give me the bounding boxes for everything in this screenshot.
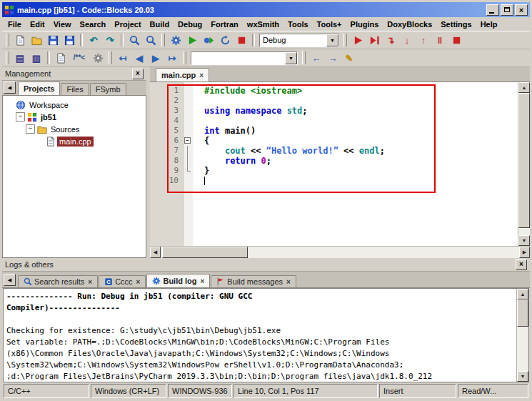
tab-scroll-left-icon[interactable]: ◀ [4,81,16,94]
abort-build-icon[interactable] [234,33,249,47]
toolbar-grip[interactable] [109,51,112,64]
run-icon[interactable] [184,33,200,47]
logs-tab-cccc[interactable]: Cccc× [99,275,146,287]
toolbar-grip[interactable] [302,51,306,64]
save-all-icon[interactable] [61,33,77,47]
menu-item-edit[interactable]: Edit [26,19,49,30]
menu-item-tools[interactable]: Tools [283,19,313,30]
editor-tab-main-cpp[interactable]: main.cpp× [156,68,209,81]
menu-item-search[interactable]: Search [76,19,111,30]
close-button[interactable]: × [515,4,528,16]
build-icon[interactable] [168,33,184,47]
code-text[interactable]: int main() [193,126,256,136]
menu-item-debug[interactable]: Debug [174,19,206,30]
doxygen-block-comment-icon[interactable] [53,51,69,65]
menu-item-doxyblocks[interactable]: DoxyBlocks [383,19,436,30]
debugging-windows-icon[interactable]: ▤ [12,51,28,65]
symbol-search-combo-field[interactable] [191,52,285,64]
various-info-icon[interactable]: ▥ [29,51,44,65]
toolbar-grip[interactable] [183,51,186,64]
highlight-mode-icon[interactable]: ✎ [341,51,357,65]
logs-tab-scroll-left-icon[interactable]: ◀ [4,274,16,286]
hscroll-track[interactable] [161,247,519,258]
redo-icon[interactable]: ↷ [102,33,118,47]
menu-item-plugins[interactable]: Plugins [346,19,383,30]
build-target-select[interactable]: Debug▼ [259,34,339,47]
jump-back-icon[interactable]: ↤ [115,51,131,65]
management-close-icon[interactable]: × [132,69,144,79]
management-tab-projects[interactable]: Projects [18,81,60,95]
next-line-icon[interactable]: ↴ [383,33,398,47]
logs-vscrollbar[interactable]: ▲ ▼ [516,289,528,382]
debug-continue-icon[interactable] [350,33,366,47]
code-text[interactable] [193,176,205,186]
rebuild-icon[interactable] [217,33,233,47]
tab-close-icon[interactable]: × [136,278,141,286]
prev-position-icon[interactable]: ◀ [131,51,147,65]
menu-item-settings[interactable]: Settings [436,19,476,30]
toolbar-grip[interactable] [161,34,165,46]
code-text[interactable]: cout << “Hello world!” << endl; [193,146,385,156]
scroll-down-icon[interactable]: ▼ [518,235,530,246]
tree-expander-icon[interactable]: − [16,112,25,122]
editor-body[interactable]: 1#include <iostream>23using namespace st… [150,82,530,246]
doxygen-settings-icon[interactable] [90,51,106,65]
logs-vscroll-track[interactable] [517,299,528,371]
undo-icon[interactable]: ↶ [86,33,101,47]
menu-item-wxsmith[interactable]: wxSmith [243,19,283,30]
menu-item-help[interactable]: Help [476,19,502,30]
menu-item-file[interactable]: File [4,19,26,30]
scroll-up-icon[interactable]: ▲ [517,289,528,299]
break-debugger-icon[interactable]: ‖ [432,33,448,47]
toolbar-grip[interactable] [6,51,9,64]
next-position-icon[interactable]: ▶ [148,51,164,65]
management-tab-files[interactable]: Files [61,83,89,95]
logs-tab-build-log[interactable]: Build log× [146,274,210,287]
step-into-icon[interactable]: ↓ [399,33,415,47]
maximize-button[interactable] [501,4,513,16]
dropdown-arrow-icon[interactable]: ▼ [326,34,338,46]
menu-item-view[interactable]: View [49,19,76,30]
vscroll-thumb[interactable] [518,93,530,228]
management-tab-fsymb[interactable]: FSymb [90,83,126,95]
hscroll-thumb[interactable] [162,247,248,258]
code-text[interactable] [193,96,204,106]
goto-implementation-icon[interactable]: → [325,51,341,65]
editor-hscrollbar[interactable]: ◀ ▶ [150,246,530,258]
replace-icon[interactable] [143,33,159,47]
new-file-icon[interactable] [12,33,28,47]
code-text[interactable]: #include <iostream> [193,86,302,96]
build-log-output[interactable]: -------------- Run: Debug in jb51 (compi… [3,288,529,382]
tree-item-project-jb51[interactable]: −jb51 [3,111,146,123]
tab-close-icon[interactable]: × [201,277,205,285]
symbol-search-combo[interactable]: ▼ [191,51,298,65]
find-icon[interactable] [126,33,142,47]
code-text[interactable] [193,116,204,126]
step-out-icon[interactable]: ↑ [416,33,431,47]
menu-item-fortran[interactable]: Fortran [206,19,243,30]
tree-item-file-main-cpp[interactable]: main.cpp [3,135,146,147]
stop-debugger-icon[interactable] [448,33,464,47]
build-and-run-icon[interactable] [201,33,216,47]
toolbar-grip[interactable] [343,34,347,46]
scroll-right-icon[interactable]: ▶ [519,247,530,258]
scroll-up-icon[interactable]: ▲ [518,82,530,93]
tab-close-icon[interactable]: × [199,71,204,79]
tree-expander-icon[interactable]: − [26,124,35,134]
menu-item-project[interactable]: Project [110,19,145,30]
save-icon[interactable] [45,33,61,47]
menu-item-build[interactable]: Build [146,19,174,30]
toolbar-grip[interactable] [6,34,9,46]
tree-item-workspace[interactable]: Workspace [3,99,146,111]
code-text[interactable]: { [193,136,209,146]
doxygen-line-comment-icon[interactable]: /**< [69,51,89,65]
menu-item-tools[interactable]: Tools+ [313,19,346,30]
scroll-down-icon[interactable]: ▼ [517,371,528,382]
code-text[interactable]: using namespace std; [193,106,308,116]
open-file-icon[interactable] [29,33,44,47]
tab-close-icon[interactable]: × [88,278,92,286]
editor-vscrollbar[interactable]: ▲ ▼ [518,82,530,246]
logs-close-icon[interactable]: × [516,259,527,270]
goto-declaration-icon[interactable]: ← [308,51,324,65]
code-text[interactable]: } [193,166,209,176]
